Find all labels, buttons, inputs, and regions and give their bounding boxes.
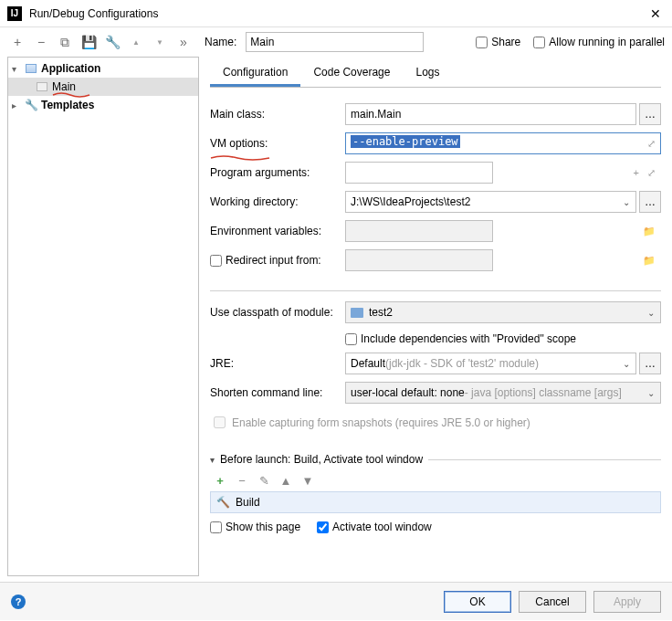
wrench-icon: 🔧 [25,99,37,111]
chevron-down-icon: ▾ [12,64,21,74]
name-label: Name: [205,36,236,48]
chevron-down-icon: ⌄ [623,359,630,369]
chevron-down-icon: ⌄ [623,197,630,207]
vm-options-label: VM options: [210,137,345,150]
move-down-button[interactable]: ▼ [150,32,170,52]
close-button[interactable]: ✕ [646,6,665,21]
chevron-down-icon: ⌄ [647,388,655,398]
module-icon [351,308,363,318]
main-class-label: Main class: [210,108,345,121]
save-config-button[interactable]: 💾 [79,32,99,52]
include-provided-checkbox[interactable]: Include dependencies with "Provided" sco… [345,332,576,345]
tab-code-coverage[interactable]: Code Coverage [300,60,403,87]
chevron-right-icon: ▸ [12,100,21,111]
application-icon [26,64,37,73]
annotation-underline-icon [210,151,270,156]
expand-field-icon[interactable]: ⤢ [647,138,656,150]
cancel-button[interactable]: Cancel [519,591,586,613]
redirect-label: Redirect input from: [210,254,345,267]
before-up-button[interactable]: ▲ [278,472,294,489]
copy-config-button[interactable]: ⧉ [55,32,75,52]
show-this-page-checkbox[interactable]: Show this page [210,521,300,533]
before-down-button[interactable]: ▼ [299,472,316,489]
name-input[interactable] [246,32,424,52]
expand-button[interactable]: » [173,32,194,52]
app-icon: IJ [7,6,22,21]
env-vars-input[interactable] [345,220,493,242]
before-remove-button[interactable]: − [234,472,250,489]
env-vars-label: Environment variables: [210,225,345,237]
classpath-combo[interactable]: test2 ⌄ [345,301,661,323]
work-dir-label: Working directory: [210,195,345,208]
tree-application[interactable]: ▾ Application [8,59,198,78]
tab-logs[interactable]: Logs [403,60,452,87]
folder-icon: 📁 [643,255,656,267]
chevron-down-icon: ⌄ [647,308,655,318]
tab-configuration[interactable]: Configuration [210,60,300,87]
help-button[interactable]: ? [11,595,26,609]
jre-combo[interactable]: Default (jdk-jdk - SDK of 'test2' module… [345,353,636,374]
work-dir-browse-button[interactable]: … [639,191,661,213]
annotation-underline-icon [52,92,90,98]
hammer-icon: 🔨 [216,496,230,509]
vm-options-input[interactable]: --enable-preview [345,132,661,154]
window-title: Run/Debug Configurations [29,7,158,20]
enable-snapshots-checkbox: Enable capturing form snapshots (require… [210,414,661,431]
prog-args-input[interactable] [345,162,493,184]
main-class-input[interactable] [345,103,636,125]
parallel-checkbox[interactable]: Allow running in parallel [533,36,665,48]
before-edit-button[interactable]: ✎ [256,472,272,489]
move-up-button[interactable]: ▲ [126,32,146,52]
insert-macro-icon[interactable]: + [634,167,639,178]
redirect-input [345,249,493,271]
jre-label: JRE: [210,357,345,370]
folder-icon[interactable]: 📁 [643,226,656,237]
before-task-build[interactable]: 🔨 Build [210,491,661,513]
settings-button[interactable]: 🔧 [102,32,122,52]
before-add-button[interactable]: + [212,472,228,489]
remove-config-button[interactable]: − [31,32,51,52]
jre-browse-button[interactable]: … [639,353,661,374]
activate-tool-window-checkbox[interactable]: Activate tool window [317,521,432,533]
tree-templates[interactable]: ▸ 🔧 Templates [8,96,198,114]
shorten-label: Shorten command line: [210,386,345,399]
prog-args-label: Program arguments: [210,166,345,179]
tree-main[interactable]: Main [8,78,198,96]
ok-button[interactable]: OK [444,591,511,613]
run-config-icon [37,82,47,91]
redirect-checkbox[interactable]: Redirect input from: [210,254,345,267]
before-launch-section[interactable]: ▾ Before launch: Build, Activate tool wi… [210,451,661,468]
add-config-button[interactable]: + [7,32,27,52]
config-tree[interactable]: ▾ Application Main ▸ 🔧 Templates [7,57,199,576]
work-dir-combo[interactable]: J:\WS\IdeaProjects\test2 ⌄ [345,191,636,213]
toolbar: + − ⧉ 💾 🔧 ▲ ▼ » Name: Share Allow runnin… [0,27,672,57]
expand-field-icon[interactable]: ⤢ [647,167,656,179]
main-class-browse-button[interactable]: … [639,103,661,125]
title-bar: IJ Run/Debug Configurations ✕ [0,0,672,27]
apply-button: Apply [593,591,661,613]
classpath-label: Use classpath of module: [210,306,345,319]
share-checkbox[interactable]: Share [476,36,520,48]
collapse-icon[interactable]: ▾ [210,455,215,465]
shorten-combo[interactable]: user-local default: none - java [options… [345,382,661,404]
dialog-footer: ? OK Cancel Apply [0,582,672,620]
tabs: Configuration Code Coverage Logs [210,60,661,88]
